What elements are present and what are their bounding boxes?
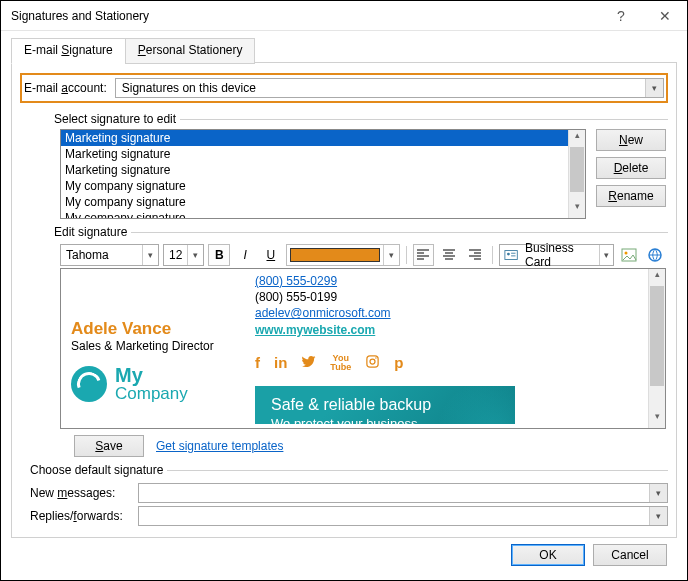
email-account-value: Signatures on this device (122, 81, 645, 95)
sig-social-icons: f in YouTube p (255, 354, 644, 372)
scroll-up-icon[interactable]: ▴ (649, 269, 665, 286)
replies-forwards-dropdown[interactable]: ▾ (138, 506, 668, 526)
close-button[interactable]: ✕ (643, 1, 687, 31)
font-family-dropdown[interactable]: Tahoma▾ (60, 244, 159, 266)
align-center-button[interactable] (438, 244, 460, 266)
link-icon (647, 247, 663, 263)
instagram-icon (365, 354, 380, 372)
font-size-dropdown[interactable]: 12▾ (163, 244, 204, 266)
tab-email-signature[interactable]: E-mail Signature (11, 38, 126, 64)
align-left-icon (415, 247, 431, 263)
signature-list-item[interactable]: Marketing signature (61, 130, 568, 146)
business-card-icon (504, 247, 518, 263)
tab-personal-stationery[interactable]: Personal Stationery (125, 38, 256, 64)
youtube-icon: YouTube (330, 354, 351, 372)
twitter-icon (301, 354, 316, 372)
signature-listbox[interactable]: Marketing signatureMarketing signatureMa… (60, 129, 586, 219)
window-title: Signatures and Stationery (11, 9, 599, 23)
scroll-down-icon[interactable]: ▾ (649, 411, 665, 428)
save-button[interactable]: Save (74, 435, 144, 457)
font-color-dropdown[interactable]: ▾ (286, 244, 400, 266)
business-card-button[interactable]: Business Card ▾ (499, 244, 615, 266)
editor-scrollbar[interactable]: ▴ ▾ (648, 269, 665, 428)
get-templates-link[interactable]: Get signature templates (156, 439, 283, 453)
pinterest-icon: p (394, 354, 403, 372)
signature-list-item[interactable]: My company signature (61, 210, 568, 218)
sig-phone1: (800) 555-0299 (255, 274, 337, 288)
insert-image-button[interactable] (618, 244, 640, 266)
align-center-icon (441, 247, 457, 263)
insert-hyperlink-button[interactable] (644, 244, 666, 266)
signature-list-item[interactable]: My company signature (61, 194, 568, 210)
cancel-button[interactable]: Cancel (593, 544, 667, 566)
select-signature-header: Select signature to edit (54, 112, 668, 126)
signature-list-item[interactable]: My company signature (61, 178, 568, 194)
sig-phone2: (800) 555-0199 (255, 289, 644, 305)
sig-email: adelev@onmicrosoft.com (255, 306, 391, 320)
image-icon (621, 247, 637, 263)
sig-card-left: Adele Vance Sales & Marketing Director M… (65, 273, 255, 424)
email-account-label: E-mail account: (24, 81, 107, 95)
signature-editor[interactable]: Adele Vance Sales & Marketing Director M… (60, 268, 666, 429)
underline-button[interactable]: U (260, 244, 282, 266)
italic-button[interactable]: I (234, 244, 256, 266)
facebook-icon: f (255, 354, 260, 372)
company-logo-icon (71, 366, 107, 402)
delete-button[interactable]: Delete (596, 157, 666, 179)
bold-button[interactable]: B (208, 244, 230, 266)
chevron-down-icon: ▾ (649, 507, 667, 525)
scroll-thumb[interactable] (650, 286, 664, 386)
sig-banner: Safe & reliable backup We protect your b… (255, 386, 515, 424)
new-messages-dropdown[interactable]: ▾ (138, 483, 668, 503)
edit-toolbar: Tahoma▾ 12▾ B I U ▾ (60, 244, 666, 266)
ok-button[interactable]: OK (511, 544, 585, 566)
align-right-button[interactable] (464, 244, 486, 266)
new-button[interactable]: New (596, 129, 666, 151)
svg-rect-0 (505, 251, 517, 260)
sig-website: www.mywebsite.com (255, 323, 375, 337)
scroll-up-icon[interactable]: ▴ (569, 130, 585, 147)
dialog-body: E-mail Signature Personal Stationery E-m… (1, 31, 687, 580)
tab-panel-email-signature: E-mail account: Signatures on this devic… (11, 63, 677, 538)
titlebar: Signatures and Stationery ? ✕ (1, 1, 687, 31)
linkedin-icon: in (274, 354, 287, 372)
dialog-signatures-and-stationery: Signatures and Stationery ? ✕ E-mail Sig… (0, 0, 688, 581)
scrollbar[interactable]: ▴ ▾ (568, 130, 585, 218)
svg-point-3 (625, 252, 628, 255)
new-messages-label: New messages: (30, 486, 132, 500)
edit-signature-header: Edit signature (54, 225, 668, 239)
tab-strip: E-mail Signature Personal Stationery (11, 37, 677, 63)
signature-list-item[interactable]: Marketing signature (61, 162, 568, 178)
scroll-thumb[interactable] (570, 147, 584, 192)
help-button[interactable]: ? (599, 1, 643, 31)
font-color-swatch (290, 248, 380, 262)
email-account-row: E-mail account: Signatures on this devic… (20, 73, 668, 103)
email-account-dropdown[interactable]: Signatures on this device ▾ (115, 78, 664, 98)
chevron-down-icon: ▾ (645, 79, 663, 97)
sig-role: Sales & Marketing Director (71, 339, 249, 353)
rename-button[interactable]: Rename (596, 185, 666, 207)
chevron-down-icon: ▾ (649, 484, 667, 502)
svg-point-1 (507, 253, 510, 256)
align-left-button[interactable] (413, 244, 435, 266)
replies-forwards-label: Replies/forwards: (30, 509, 132, 523)
scroll-down-icon[interactable]: ▾ (569, 201, 585, 218)
dialog-footer: OK Cancel (11, 538, 677, 572)
sig-card-right: (800) 555-0299 (800) 555-0199 adelev@onm… (255, 273, 644, 424)
sig-name: Adele Vance (71, 319, 249, 339)
align-right-icon (467, 247, 483, 263)
default-signature-header: Choose default signature (30, 463, 668, 477)
svg-point-7 (375, 357, 377, 359)
svg-point-6 (370, 359, 375, 364)
signature-list-item[interactable]: Marketing signature (61, 146, 568, 162)
sig-company-logo: My Company (71, 365, 249, 402)
